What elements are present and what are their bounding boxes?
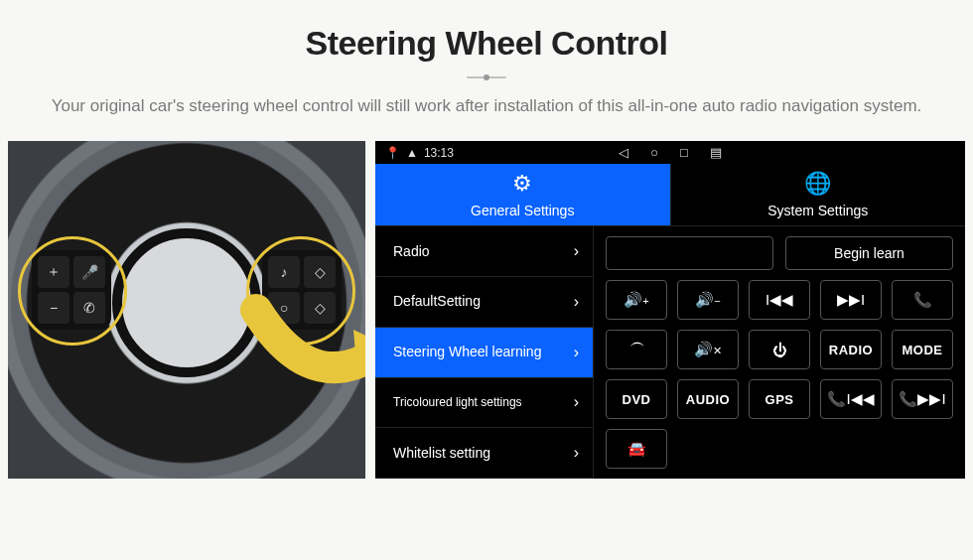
pointer-arrow xyxy=(246,300,365,389)
phone-icon: 📞 xyxy=(913,291,932,309)
swc-audio-button[interactable]: AUDIO xyxy=(677,379,739,419)
volume-up-icon: 🔊+ xyxy=(624,291,648,309)
chevron-right-icon: › xyxy=(574,242,579,260)
divider xyxy=(467,76,506,78)
menu-label: Whitelist setting xyxy=(393,445,490,462)
tab-general-settings[interactable]: ⚙ General Settings xyxy=(375,164,670,225)
tab-label: System Settings xyxy=(767,203,868,218)
swc-call-prev-button[interactable]: 📞I◀◀ xyxy=(820,379,882,419)
mode-label: MODE xyxy=(903,343,943,357)
chevron-right-icon: › xyxy=(574,393,579,411)
car-icon: 🚘 xyxy=(627,440,646,458)
power-icon: ⏻ xyxy=(772,342,787,358)
steering-wheel-photo: ＋🎤−✆ ♪◇○◇ xyxy=(8,141,365,479)
gps-icon: 📍 xyxy=(385,146,400,160)
nav-recent-icon[interactable]: □ xyxy=(680,145,688,160)
swc-gps-button[interactable]: GPS xyxy=(749,379,810,419)
chevron-right-icon: › xyxy=(574,444,579,462)
gear-icon: ⚙ xyxy=(512,171,532,197)
page-subtitle: Your original car's steering wheel contr… xyxy=(50,92,923,119)
menu-item-default[interactable]: DefaultSetting › xyxy=(375,277,593,328)
swc-call-next-button[interactable]: 📞▶▶I xyxy=(892,379,953,419)
radio-label: RADIO xyxy=(829,343,873,357)
volume-down-icon: 🔊− xyxy=(695,291,720,309)
menu-label: DefaultSetting xyxy=(393,293,481,310)
menu-item-tricoloured-light[interactable]: Tricoloured light settings › xyxy=(375,378,593,429)
swc-call-button[interactable]: 📞 xyxy=(892,280,953,320)
hangup-icon: ⏜ xyxy=(630,341,643,358)
phone-prev-icon: 📞I◀◀ xyxy=(827,390,874,408)
settings-menu: Radio › DefaultSetting › Steering Wheel … xyxy=(375,226,594,479)
menu-item-whitelist[interactable]: Whitelist setting › xyxy=(375,428,593,479)
swc-radio-button[interactable]: RADIO xyxy=(820,330,882,369)
sd-card-icon: ▤ xyxy=(710,145,722,160)
page-title: Steering Wheel Control xyxy=(50,24,923,63)
chevron-right-icon: › xyxy=(574,344,579,361)
nav-home-icon[interactable]: ○ xyxy=(650,145,658,160)
menu-label: Tricoloured light settings xyxy=(393,395,522,409)
highlight-circle-left xyxy=(18,236,127,346)
wifi-icon: ▲ xyxy=(406,146,418,160)
audio-label: AUDIO xyxy=(686,392,730,407)
menu-item-steering-wheel-learning[interactable]: Steering Wheel learning › xyxy=(375,328,593,378)
swc-mute-button[interactable]: 🔊✕ xyxy=(677,330,739,369)
next-track-icon: ▶▶I xyxy=(837,291,865,309)
head-unit-screen: ◁ ○ □ ▤ 📍 ▲ 13:13 ⚙ General Settings 🌐 S… xyxy=(375,141,965,479)
swc-prev-track-button[interactable]: I◀◀ xyxy=(749,280,810,320)
status-time: 13:13 xyxy=(424,146,454,160)
chevron-right-icon: › xyxy=(574,293,579,311)
swc-mode-button[interactable]: MODE xyxy=(892,330,953,369)
swc-power-button[interactable]: ⏻ xyxy=(749,330,810,369)
tab-system-settings[interactable]: 🌐 System Settings xyxy=(670,164,966,225)
prev-track-icon: I◀◀ xyxy=(765,291,793,309)
phone-next-icon: 📞▶▶I xyxy=(899,390,945,408)
current-button-slot xyxy=(606,236,773,270)
swc-volume-up-button[interactable]: 🔊+ xyxy=(606,280,667,320)
menu-item-radio[interactable]: Radio › xyxy=(375,226,593,277)
dvd-label: DVD xyxy=(623,392,651,407)
swc-volume-down-button[interactable]: 🔊− xyxy=(677,280,739,320)
swc-next-track-button[interactable]: ▶▶I xyxy=(820,280,882,320)
menu-label: Steering Wheel learning xyxy=(393,344,541,360)
swc-panel: Begin learn 🔊+ 🔊− I◀◀ ▶▶I 📞 ⏜ 🔊✕ ⏻ RADIO… xyxy=(594,226,965,479)
swc-dvd-button[interactable]: DVD xyxy=(606,379,667,419)
nav-back-icon[interactable]: ◁ xyxy=(619,145,628,160)
android-status-bar: ◁ ○ □ ▤ 📍 ▲ 13:13 xyxy=(375,141,965,164)
tab-label: General Settings xyxy=(471,203,574,218)
menu-label: Radio xyxy=(393,243,430,260)
begin-learn-button[interactable]: Begin learn xyxy=(785,236,953,270)
globe-icon: 🌐 xyxy=(804,171,831,197)
gps-label: GPS xyxy=(765,392,794,407)
swc-hangup-button[interactable]: ⏜ xyxy=(606,330,667,369)
mute-icon: 🔊✕ xyxy=(694,341,722,358)
swc-car-button[interactable]: 🚘 xyxy=(606,429,667,469)
